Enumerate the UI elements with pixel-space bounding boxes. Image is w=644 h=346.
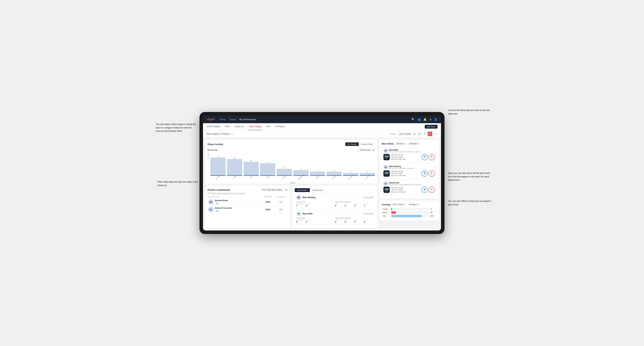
bar bbox=[310, 172, 325, 176]
shot-avatar-mcharg: BM bbox=[384, 165, 388, 170]
shot-expand-icon: › bbox=[434, 166, 435, 169]
shot-course-info: 09 Jun 2023 · Royal North Devon GC, Hole… bbox=[389, 151, 422, 153]
total-rounds-dropdown[interactable]: Total Rounds Fairways bbox=[358, 148, 375, 152]
search-icon[interactable]: 🔍 bbox=[412, 118, 415, 121]
par-filter[interactable]: Par 3, 4 & 5s ▾ bbox=[391, 203, 406, 206]
nav-teams[interactable]: Teams bbox=[229, 117, 236, 121]
scoring-header: Scoring Par 3, 4 & 5s ▾ All Players ▾ bbox=[382, 203, 436, 206]
bar-group: 2L. Robertson bbox=[360, 171, 375, 178]
ap-putt-val: 0 bbox=[364, 221, 373, 223]
bar-group: 9J. Coles bbox=[260, 161, 275, 178]
ap-practice-val: 4 bbox=[306, 221, 315, 223]
shot-yardage-1: 67 yds bbox=[422, 154, 428, 160]
practice-drills-toggle[interactable]: Practice Drills bbox=[359, 142, 375, 146]
lb-avg: 110 bbox=[275, 201, 287, 203]
shot-yardage-2: 0 yds bbox=[428, 187, 435, 193]
shot-entry[interactable]: MM Matt Miller 09 Jun 2023 · Royal North… bbox=[382, 147, 436, 162]
tab-all-players[interactable]: All Players bbox=[274, 123, 286, 130]
shot-player-name: David Ford bbox=[389, 182, 422, 184]
ap-rounds-col: Tournament 7 bbox=[296, 203, 306, 207]
scoring-players-filter[interactable]: All Players ▾ bbox=[408, 203, 420, 206]
nav-logo: clippd bbox=[206, 118, 215, 121]
heart-view-icon[interactable]: ♥ bbox=[428, 132, 432, 136]
bars-area: 13B. McHarg12B. Britt10D. Ford9J. Coles5… bbox=[210, 153, 375, 181]
y-label-10: 10 bbox=[208, 155, 209, 157]
annotation-player-select: You can select which player is doing the… bbox=[156, 123, 198, 133]
ap-app-label: APP bbox=[345, 219, 354, 221]
top-nav: clippd Home Teams My Performance 🔍 👥 🔔 ⊕… bbox=[203, 116, 441, 123]
lb-col-avg: PB Avg SQ bbox=[275, 196, 287, 198]
ap-arg-label: ARG bbox=[354, 219, 364, 221]
shot-sg-badge: 198 SG bbox=[384, 187, 390, 193]
edit-team-icon[interactable]: ✎ bbox=[231, 133, 233, 135]
bar bbox=[244, 162, 259, 176]
most-active-tab[interactable]: Most Active bbox=[295, 188, 310, 192]
scoring-card: Scoring Par 3, 4 & 5s ▾ All Players ▾ Ea… bbox=[380, 201, 439, 221]
shot-sg-label: SG bbox=[386, 174, 388, 175]
yardage-value: 43 bbox=[424, 172, 426, 174]
ap-app-val: 0 bbox=[345, 205, 354, 207]
tab-pgat-players[interactable]: PGAT Players bbox=[206, 123, 221, 130]
tab-team-clippd[interactable]: Team Clippd bbox=[248, 123, 262, 130]
ap-avatar-mcharg: BM bbox=[296, 195, 301, 200]
yardage-unit: yds bbox=[431, 174, 433, 175]
lb-avatar-butler: RB bbox=[208, 199, 214, 205]
shot-entry[interactable]: BM Blair McHarg 23 Jul 2023 · Ashridge G… bbox=[382, 163, 436, 178]
bar-group: 4G. Billingham bbox=[293, 168, 308, 178]
shot-player-details: David Ford 24 Aug 2023 · Royal North Dev… bbox=[389, 182, 422, 185]
activity-player-card: RB Rees Britt 02 Sep 2023 Total Rounds bbox=[295, 210, 375, 224]
pars-bar bbox=[391, 215, 422, 217]
lb-rank-badge: 🥈 2 bbox=[215, 210, 220, 212]
least-active-tab[interactable]: Least Active bbox=[310, 188, 325, 192]
yardage-unit: yds bbox=[424, 174, 426, 175]
show-label: Show: bbox=[390, 133, 396, 135]
shot-yardage-circles: 67 yds 0 yds bbox=[422, 154, 435, 160]
bar-value: 9 bbox=[268, 161, 268, 163]
tab-tour[interactable]: Tour bbox=[266, 123, 271, 130]
shot-sg-value: 200 bbox=[384, 155, 388, 158]
ap-name-wrapper: Blair McHarg bbox=[302, 196, 316, 199]
on-course-label: On Course bbox=[208, 149, 217, 151]
bar-value: 3 bbox=[334, 170, 334, 171]
nav-my-performance[interactable]: My Performance bbox=[240, 117, 256, 121]
tab-hcaps[interactable]: Hcaps 1-5 bbox=[234, 123, 245, 130]
bar-group: 12B. Britt bbox=[227, 157, 242, 178]
profile-icon[interactable]: 👤 bbox=[434, 118, 438, 121]
shot-player-details: Matt Miller 09 Jun 2023 · Royal North De… bbox=[389, 149, 422, 153]
nav-icons: 🔍 👥 🔔 ⊕ 👤 bbox=[412, 118, 438, 121]
all-players-filter[interactable]: All Players ▾ bbox=[408, 142, 421, 145]
ap-activities-group: Total Practice Activities GTT 0 APP bbox=[335, 201, 373, 207]
view-icons: ⊞ ☰ ♥ ≡ bbox=[417, 132, 438, 136]
add-icon[interactable]: ⊕ bbox=[429, 118, 432, 121]
player-activity-card: Player Activity On Course Practice Drill… bbox=[205, 140, 377, 184]
tab-pga[interactable]: PGA bbox=[224, 123, 230, 130]
menu-view-icon[interactable]: ≡ bbox=[433, 132, 438, 136]
all-shots-filter[interactable]: All Shots ▾ bbox=[395, 142, 406, 145]
ap-activities-group: Total Practice Activities GTT 0 APP bbox=[335, 217, 373, 223]
add-team-button[interactable]: Add Team bbox=[425, 125, 438, 129]
shot-sg-badge: 200 SG bbox=[384, 170, 390, 177]
bar-value: 4 bbox=[300, 168, 301, 170]
list-view-icon[interactable]: ☰ bbox=[422, 132, 427, 136]
users-icon[interactable]: 👥 bbox=[418, 118, 421, 121]
shot-entry[interactable]: DF David Ford 24 Aug 2023 · Royal North … bbox=[382, 180, 436, 195]
show-select[interactable]: Last 3 months Last month Last 6 months bbox=[397, 132, 416, 136]
activity-card: Most Active Least Active BM Blair McHarg bbox=[292, 186, 377, 228]
ap-stats-grid: Total Rounds Tournament 7 Practice bbox=[296, 201, 373, 207]
nav-home[interactable]: Home bbox=[220, 117, 226, 121]
on-course-toggle[interactable]: On Course bbox=[345, 142, 359, 146]
shots-title: Best Shots bbox=[382, 142, 394, 145]
bar-group: 10D. Ford bbox=[244, 160, 259, 178]
bell-icon[interactable]: 🔔 bbox=[423, 118, 427, 121]
chevron-down-icon: ▾ bbox=[404, 143, 405, 145]
shots-header: Best Shots All Shots ▾ All Players ▾ bbox=[382, 142, 436, 145]
y-label-15: 15 bbox=[208, 153, 209, 155]
grid-view-icon[interactable]: ⊞ bbox=[417, 132, 422, 136]
ap-rounds-row: Tournament 8 Practice 4 bbox=[296, 219, 334, 223]
y-label-5: 5 bbox=[208, 157, 209, 158]
bar bbox=[227, 159, 242, 176]
bar bbox=[360, 173, 375, 176]
eagles-value: 3 bbox=[430, 208, 436, 210]
lb-dropdown[interactable]: PUTT Must Make Putting ... bbox=[260, 188, 288, 191]
lb-player-name: Richard Butler bbox=[215, 199, 228, 201]
